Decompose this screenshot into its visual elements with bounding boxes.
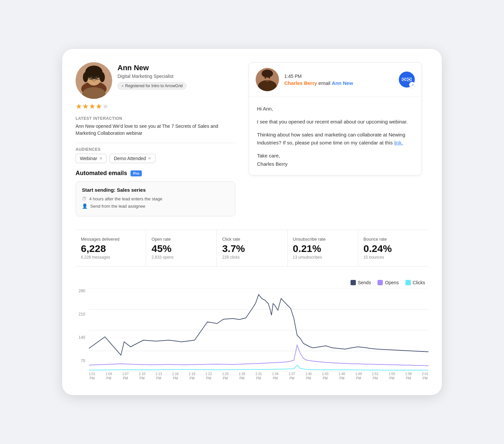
stat-item: Unsubscribe rate 0.21% 13 unsubscribes (288, 230, 358, 266)
x-label-time: 1:19 (189, 372, 195, 376)
audience-tag-webinar: Webinar ✕ (76, 154, 107, 163)
x-label-time: 1:52 (372, 372, 378, 376)
chart-x-label: 1:13PM (155, 372, 162, 382)
audience-tag-webinar-remove[interactable]: ✕ (99, 156, 103, 161)
user-info: Ann New Digital Marketing Specialist ✕ R… (118, 62, 235, 90)
tag-label: Registered for Intro to ArrowGrid (125, 84, 183, 88)
email-meta: 1:45 PM Charles Berry email Ann New (284, 74, 393, 86)
chart-y-label: 280 (76, 289, 87, 293)
user-title: Digital Marketing Specialist (118, 74, 235, 79)
series-detail-1-text: 4 hours after the lead enters the stage (89, 196, 162, 201)
x-label-time: 1:07 (122, 372, 128, 376)
email-arrow-icon: ↗ (409, 82, 415, 88)
x-label-time: 1:28 (239, 372, 245, 376)
stat-item: Click rate 3.7% 228 clicks (217, 230, 287, 266)
top-section: ★ ★ ★ ★ ★ Ann New Digital Marketing Spec… (76, 62, 428, 216)
left-panel: ★ ★ ★ ★ ★ Ann New Digital Marketing Spec… (76, 62, 235, 216)
email-body-2: Thinking about how sales and marketing c… (257, 131, 413, 147)
chart-svg (89, 289, 428, 372)
x-label-time: 1:37 (289, 372, 295, 376)
x-label-period: PM (423, 376, 428, 380)
chart-x-label: 2:01PM (422, 372, 428, 382)
x-label-period: PM (356, 376, 361, 380)
right-panel: 1:45 PM Charles Berry email Ann New ✉ ↗ … (249, 62, 422, 216)
chart-x-label: 1:31PM (255, 372, 262, 382)
svg-point-9 (96, 77, 98, 79)
x-label-period: PM (339, 376, 344, 380)
chart-x-label: 1:22PM (205, 372, 212, 382)
email-body: Hi Ann, I see that you opened our recent… (249, 97, 421, 175)
clicks-line (89, 365, 428, 370)
x-label-period: PM (156, 376, 161, 380)
star-5: ★ (102, 102, 109, 111)
user-name: Ann New (118, 64, 235, 72)
star-4: ★ (96, 102, 102, 111)
legend-item-opens: Opens (378, 280, 398, 285)
series-detail-1: ⏱ 4 hours after the lead enters the stag… (82, 196, 229, 201)
legend-color (351, 280, 356, 285)
person-icon: 👤 (82, 203, 88, 209)
chart-x-label: 1:34PM (272, 372, 278, 382)
chart-legend: Sends Opens Clicks (76, 280, 428, 285)
legend-label: Opens (385, 280, 398, 285)
legend-label: Clicks (413, 280, 425, 285)
chart-x-label: 1:10PM (139, 372, 145, 382)
x-label-period: PM (239, 376, 244, 380)
x-label-period: PM (123, 376, 128, 380)
svg-point-8 (90, 77, 93, 79)
latest-interaction-section: Latest interaction Ann New opened We'd l… (76, 116, 235, 137)
x-label-time: 1:25 (222, 372, 228, 376)
chart-x-label: 1:01PM (89, 372, 95, 382)
x-label-period: PM (189, 376, 194, 380)
x-label-period: PM (173, 376, 178, 380)
stat-label: Click rate (222, 237, 282, 242)
opens-line (89, 345, 428, 366)
stat-item: Messages delivered 6,228 6,228 messages (76, 230, 146, 266)
pro-badge: Pro (130, 170, 142, 176)
stat-sub: 13 unsubscribes (293, 255, 353, 260)
x-label-time: 1:10 (139, 372, 145, 376)
clock-icon: ⏱ (82, 196, 87, 201)
user-avatar (76, 62, 112, 99)
audience-tag-demo-remove[interactable]: ✕ (148, 156, 151, 161)
star-1: ★ (76, 102, 82, 111)
email-body-1: I see that you opened our recent email a… (257, 118, 413, 126)
chart-x-label: 1:16PM (172, 372, 178, 382)
x-label-time: 1:34 (272, 372, 278, 376)
x-label-period: PM (139, 376, 144, 380)
chart-x-label: 1:37PM (289, 372, 295, 382)
chart-x-label: 1:49PM (355, 372, 362, 382)
legend-color (378, 280, 383, 285)
email-greeting: Hi Ann, (257, 105, 413, 113)
chart-y-label: 140 (76, 335, 87, 340)
star-2: ★ (82, 102, 89, 111)
email-sign-off: Take care, Charles Berry (257, 152, 413, 168)
email-header: 1:45 PM Charles Berry email Ann New ✉ ↗ (249, 63, 421, 97)
svg-point-21 (265, 77, 266, 79)
main-card: ★ ★ ★ ★ ★ Ann New Digital Marketing Spec… (62, 49, 442, 395)
legend-color (405, 280, 411, 285)
interaction-text: Ann New opened We'd love to see you at T… (76, 123, 235, 137)
x-label-time: 1:55 (388, 372, 395, 376)
tag-x-icon[interactable]: ✕ (121, 84, 124, 88)
audience-tag-webinar-label: Webinar (80, 156, 97, 161)
chart-x-label: 1:25PM (222, 372, 228, 382)
x-label-time: 1:49 (355, 372, 362, 376)
chart-x-label: 1:04PM (106, 372, 112, 382)
chart-x-label: 1:07PM (122, 372, 128, 382)
x-label-period: PM (323, 376, 328, 380)
email-link[interactable]: link. (394, 140, 403, 145)
chart-container: 28021014070 1:01PM1: (76, 289, 428, 382)
svg-point-7 (87, 66, 101, 76)
audiences-label: AUDIENCES (76, 147, 235, 152)
stat-sub: 228 clicks (222, 255, 282, 260)
x-label-time: 1:22 (205, 372, 212, 376)
series-title: Start sending: Sales series (82, 187, 229, 193)
star-3: ★ (89, 102, 96, 111)
x-label-period: PM (90, 376, 95, 380)
x-label-period: PM (206, 376, 211, 380)
user-stars: ★ ★ ★ ★ ★ (76, 102, 112, 111)
audience-tags-container: Webinar ✕ Demo Attended ✕ (76, 154, 235, 163)
email-action-button[interactable]: ✉ ↗ (399, 72, 415, 88)
stat-value: 0.24% (364, 244, 423, 254)
